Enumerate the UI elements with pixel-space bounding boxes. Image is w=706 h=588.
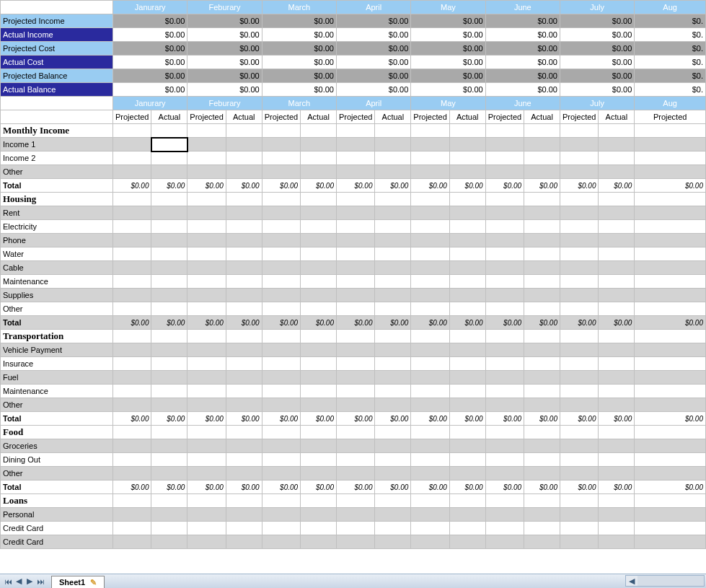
sheet-options-icon[interactable]: ✎	[90, 578, 97, 587]
cell[interactable]	[301, 426, 337, 439]
cell[interactable]	[560, 193, 598, 206]
total-cell[interactable]: $0.00	[151, 481, 187, 494]
section-title[interactable]: Transportation	[1, 330, 113, 343]
cell[interactable]	[226, 275, 262, 289]
cell[interactable]	[449, 152, 485, 165]
cell[interactable]	[560, 138, 598, 152]
cell[interactable]	[375, 193, 411, 206]
total-cell[interactable]: $0.00	[301, 412, 337, 426]
cell[interactable]	[151, 385, 187, 398]
cell[interactable]	[113, 494, 151, 508]
cell[interactable]	[411, 385, 449, 398]
total-cell[interactable]: $0.00	[524, 316, 560, 330]
cell[interactable]	[226, 261, 262, 275]
cell[interactable]	[524, 330, 560, 343]
cell[interactable]	[187, 206, 226, 220]
item-label[interactable]: Maintenance	[1, 385, 113, 398]
cell[interactable]	[635, 330, 706, 343]
summary-cell[interactable]: $0.00	[411, 14, 485, 28]
cell[interactable]	[449, 467, 485, 481]
cell[interactable]	[226, 302, 262, 316]
cell[interactable]	[301, 385, 337, 398]
cell[interactable]	[449, 439, 485, 453]
cell[interactable]	[113, 193, 151, 206]
cell[interactable]	[375, 247, 411, 261]
cell[interactable]	[151, 289, 187, 302]
cell[interactable]	[301, 193, 337, 206]
cell[interactable]	[485, 357, 524, 371]
summary-cell[interactable]: $0.00	[187, 83, 262, 97]
tab-last-icon[interactable]: ⏭	[35, 576, 45, 587]
cell[interactable]	[226, 398, 262, 412]
cell[interactable]	[113, 234, 151, 247]
cell[interactable]	[599, 494, 635, 508]
summary-cell[interactable]: $0.00	[113, 14, 187, 28]
cell[interactable]	[151, 152, 187, 165]
cell[interactable]	[449, 453, 485, 467]
total-cell[interactable]: $0.00	[187, 179, 226, 193]
cell[interactable]	[151, 193, 187, 206]
cell[interactable]	[599, 247, 635, 261]
total-cell[interactable]: $0.00	[262, 481, 300, 494]
cell[interactable]	[262, 165, 300, 179]
cell[interactable]	[635, 193, 706, 206]
cell[interactable]	[411, 234, 449, 247]
cell[interactable]	[635, 138, 706, 152]
sheet-tab[interactable]: Sheet1 ✎	[51, 576, 105, 588]
cell[interactable]	[375, 289, 411, 302]
cell[interactable]	[599, 343, 635, 357]
item-label[interactable]: Insurace	[1, 357, 113, 371]
cell[interactable]	[301, 124, 337, 138]
cell[interactable]	[411, 193, 449, 206]
cell[interactable]	[599, 220, 635, 234]
cell[interactable]	[262, 275, 300, 289]
sub-header[interactable]: Actual	[151, 110, 187, 124]
cell[interactable]	[151, 371, 187, 385]
cell[interactable]	[411, 302, 449, 316]
cell[interactable]	[599, 467, 635, 481]
cell[interactable]	[226, 330, 262, 343]
cell[interactable]	[301, 165, 337, 179]
cell[interactable]	[375, 124, 411, 138]
cell[interactable]	[560, 289, 598, 302]
cell[interactable]	[151, 206, 187, 220]
cell[interactable]	[375, 494, 411, 508]
total-cell[interactable]: $0.00	[524, 179, 560, 193]
cell[interactable]	[449, 494, 485, 508]
summary-label[interactable]: Projected Balance	[1, 69, 113, 83]
cell[interactable]	[449, 234, 485, 247]
cell[interactable]	[187, 261, 226, 275]
total-cell[interactable]: $0.00	[113, 179, 151, 193]
cell[interactable]	[336, 343, 374, 357]
cell[interactable]	[262, 398, 300, 412]
total-cell[interactable]: $0.00	[485, 481, 524, 494]
cell[interactable]	[449, 220, 485, 234]
summary-cell[interactable]: $0.00	[187, 14, 262, 28]
cell[interactable]	[187, 535, 226, 549]
cell[interactable]	[599, 152, 635, 165]
cell[interactable]	[411, 371, 449, 385]
month-header[interactable]: June	[485, 97, 560, 110]
total-cell[interactable]: $0.00	[485, 179, 524, 193]
cell[interactable]	[485, 508, 524, 522]
cell[interactable]	[262, 330, 300, 343]
cell[interactable]	[226, 124, 262, 138]
sub-header[interactable]: Projected	[336, 110, 374, 124]
summary-cell[interactable]: $0.00	[262, 56, 336, 69]
summary-cell[interactable]: $0.00	[485, 14, 560, 28]
cell[interactable]	[560, 426, 598, 439]
summary-cell[interactable]: $0.00	[485, 28, 560, 42]
cell[interactable]	[226, 193, 262, 206]
total-cell[interactable]: $0.00	[411, 412, 449, 426]
cell[interactable]	[411, 330, 449, 343]
cell[interactable]	[336, 371, 374, 385]
total-label[interactable]: Total	[1, 412, 113, 426]
cell[interactable]	[524, 439, 560, 453]
total-cell[interactable]: $0.00	[226, 316, 262, 330]
cell[interactable]	[635, 398, 706, 412]
total-cell[interactable]: $0.00	[226, 179, 262, 193]
cell[interactable]	[301, 247, 337, 261]
cell[interactable]	[485, 467, 524, 481]
cell[interactable]	[113, 165, 151, 179]
cell[interactable]	[262, 247, 300, 261]
